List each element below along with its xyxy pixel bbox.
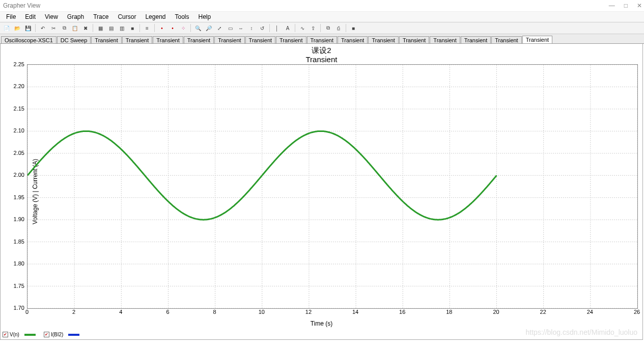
- window-titlebar: Grapher View — □ ✕: [0, 0, 644, 12]
- copy-img-icon[interactable]: ⧉: [323, 23, 332, 33]
- zoom-window-icon[interactable]: ▭: [226, 23, 235, 33]
- tab-16[interactable]: Transient: [522, 36, 552, 44]
- legend-label: I(BI2): [51, 332, 63, 337]
- grid-icon[interactable]: ▦: [96, 23, 105, 33]
- close-button[interactable]: ✕: [637, 2, 642, 9]
- paste-icon[interactable]: 📋: [70, 23, 79, 33]
- x-axis-label: Time (s): [1, 320, 642, 327]
- xtick-label: 6: [166, 309, 169, 315]
- tab-13[interactable]: Transient: [430, 36, 460, 44]
- legend-swatch: [68, 334, 79, 336]
- tab-8[interactable]: Transient: [276, 36, 306, 44]
- legend: ✔V(n)✔I(BI2): [3, 332, 79, 337]
- ytick-label: 1.90: [4, 216, 24, 222]
- window-title: Grapher View: [3, 2, 40, 9]
- tab-14[interactable]: Transient: [461, 36, 491, 44]
- text-icon[interactable]: A: [283, 23, 292, 33]
- menu-cursor[interactable]: Cursor: [114, 12, 140, 21]
- menu-tools[interactable]: Tools: [171, 12, 193, 21]
- legend-item-I(BI2)[interactable]: ✔I(BI2): [44, 332, 79, 337]
- tab-9[interactable]: Transient: [307, 36, 337, 44]
- plot-subtitle: Transient: [1, 55, 642, 64]
- legend-label: V(n): [10, 332, 19, 337]
- toolbar-separator: [139, 24, 140, 32]
- legend-swatch: [24, 334, 36, 336]
- menu-graph[interactable]: Graph: [63, 12, 88, 21]
- axes-icon[interactable]: ▤: [106, 23, 116, 33]
- xtick-label: 12: [305, 309, 312, 315]
- chart-area[interactable]: [27, 64, 638, 309]
- export-icon[interactable]: ⇪: [309, 23, 318, 33]
- zoom-fit-icon[interactable]: ⤢: [215, 23, 224, 33]
- tab-7[interactable]: Transient: [245, 36, 275, 44]
- save-icon[interactable]: 💾: [23, 23, 33, 33]
- tab-strip: Oscilloscope-XSC1DC SweepTransientTransi…: [0, 34, 644, 44]
- tab-0[interactable]: Oscilloscope-XSC1: [1, 36, 57, 44]
- legend-icon[interactable]: ≡: [143, 23, 152, 33]
- marker-multi-icon[interactable]: ⁘: [179, 23, 188, 33]
- menu-edit[interactable]: Edit: [21, 12, 40, 21]
- tab-3[interactable]: Transient: [122, 36, 152, 44]
- stop-icon[interactable]: ■: [349, 23, 358, 33]
- xtick-label: 14: [352, 309, 358, 315]
- legend-checkbox[interactable]: ✔: [3, 332, 8, 337]
- tab-4[interactable]: Transient: [153, 36, 183, 44]
- new-icon[interactable]: 📄: [2, 23, 11, 33]
- cursor-icon[interactable]: │: [272, 23, 282, 33]
- watermark: https://blog.csdn.net/Mimido_luoluo: [526, 328, 637, 336]
- cut-icon[interactable]: ✂: [49, 23, 58, 33]
- tab-2[interactable]: Transient: [91, 36, 121, 44]
- marker-red-icon[interactable]: •: [157, 23, 166, 33]
- menu-file[interactable]: File: [2, 12, 20, 21]
- menu-trace[interactable]: Trace: [89, 12, 113, 21]
- print-icon[interactable]: ⎙: [334, 23, 343, 33]
- toolbar-separator: [269, 24, 270, 32]
- tab-12[interactable]: Transient: [399, 36, 429, 44]
- menu-view[interactable]: View: [41, 12, 62, 21]
- menu-legend[interactable]: Legend: [141, 12, 170, 21]
- zoom-y-icon[interactable]: ↕: [247, 23, 256, 33]
- tab-10[interactable]: Transient: [338, 36, 368, 44]
- marker-red2-icon[interactable]: •: [168, 23, 177, 33]
- toolbar-separator: [93, 24, 93, 32]
- chart-svg: [27, 65, 637, 308]
- xtick-label: 0: [25, 309, 29, 315]
- undo-icon[interactable]: ↶: [38, 23, 47, 33]
- tab-6[interactable]: Transient: [214, 36, 244, 44]
- menubar: File Edit View Graph Trace Cursor Legend…: [0, 12, 644, 22]
- delete-icon[interactable]: ✖: [81, 23, 90, 33]
- xtick-label: 4: [119, 309, 122, 315]
- xtick-label: 18: [446, 309, 452, 315]
- toolbar-separator: [346, 24, 346, 32]
- legend-checkbox[interactable]: ✔: [44, 332, 49, 337]
- legend-item-V(n)[interactable]: ✔V(n): [3, 332, 36, 337]
- xtick-label: 20: [493, 309, 499, 315]
- zoom-x-icon[interactable]: ↔: [236, 23, 245, 33]
- ytick-label: 1.70: [4, 305, 24, 311]
- maximize-button[interactable]: □: [624, 2, 628, 9]
- xtick-label: 26: [634, 309, 640, 315]
- xtick-label: 10: [259, 309, 265, 315]
- ytick-label: 2.10: [4, 127, 24, 134]
- tab-1[interactable]: DC Sweep: [57, 36, 91, 44]
- toolbar-separator: [35, 24, 36, 32]
- menu-help[interactable]: Help: [194, 12, 215, 21]
- ytick-label: 2.20: [4, 83, 24, 89]
- toolbar-separator: [320, 24, 321, 32]
- ytick-label: 1.95: [4, 194, 24, 200]
- zoom-out-icon[interactable]: 🔎: [204, 23, 213, 33]
- black-bg-icon[interactable]: ■: [128, 23, 137, 33]
- tab-11[interactable]: Transient: [368, 36, 398, 44]
- toolbar: 📄📂💾↶✂⧉📋✖▦▤▥■≡••⁘🔍🔎⤢▭↔↕↺│A∿⇪⧉⎙■: [0, 22, 644, 34]
- tab-5[interactable]: Transient: [184, 36, 214, 44]
- panel-icon[interactable]: ▥: [117, 23, 126, 33]
- zoom-in-icon[interactable]: 🔍: [193, 23, 203, 33]
- ytick-label: 2.15: [4, 105, 24, 112]
- measure-icon[interactable]: ∿: [298, 23, 307, 33]
- tab-15[interactable]: Transient: [491, 36, 521, 44]
- minimize-button[interactable]: —: [609, 2, 615, 9]
- copy-icon[interactable]: ⧉: [60, 23, 69, 33]
- toolbar-separator: [154, 24, 155, 32]
- zoom-prev-icon[interactable]: ↺: [258, 23, 267, 33]
- open-icon[interactable]: 📂: [13, 23, 22, 33]
